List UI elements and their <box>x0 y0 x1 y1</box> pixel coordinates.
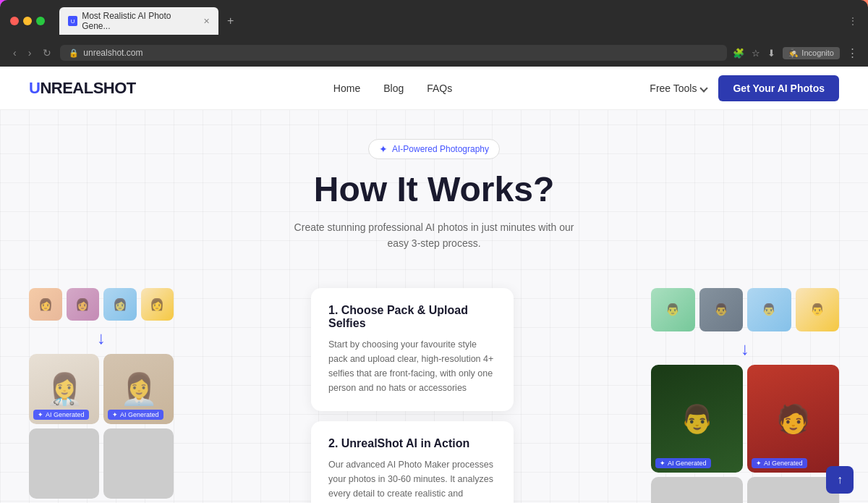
tab-close-button[interactable]: ✕ <box>203 17 210 26</box>
tab-title: Most Realistic AI Photo Gene... <box>82 11 195 31</box>
step-2-title: 2. UnrealShot AI in Action <box>328 437 496 450</box>
nav-actions: Free Tools Get Your AI Photos <box>650 75 839 101</box>
right-thumb-3: 👨 <box>747 288 791 332</box>
left-top-photo-row: 👩 👩 👩 👩 <box>29 288 174 321</box>
step-cards: 1. Choose Pack & Upload Selfies Start by… <box>311 288 514 503</box>
nav-blog[interactable]: Blog <box>383 83 404 94</box>
nav-home[interactable]: Home <box>333 83 360 94</box>
chevron-down-icon <box>700 84 708 92</box>
menu-icon[interactable]: ⋮ <box>847 46 858 59</box>
christmas-man-silhouette: 👨 <box>651 365 743 473</box>
url-text: unrealshot.com <box>83 48 142 58</box>
back-button[interactable]: ‹ <box>10 46 20 60</box>
active-tab[interactable]: U Most Realistic AI Photo Gene... ✕ <box>59 7 218 35</box>
ai-generated-badge-4: ✦ AI Generated <box>752 458 807 468</box>
scroll-top-button[interactable]: ↑ <box>826 466 854 494</box>
address-bar[interactable]: 🔒 unrealshot.com <box>60 45 727 61</box>
ai-badge: ✦ AI-Powered Photography <box>368 139 500 159</box>
right-top-photo-row: 👨 👨 👨 👨 <box>651 288 839 332</box>
free-tools-label: Free Tools <box>650 83 697 94</box>
left-large-photo-2: 👩‍💼 ✦ AI Generated <box>103 354 174 424</box>
left-extra-row <box>29 428 174 499</box>
tab-bar: U Most Realistic AI Photo Gene... ✕ + <box>59 7 842 35</box>
person-silhouette-4: 👩 <box>141 288 174 321</box>
left-photo-column: 👩 👩 👩 👩 ↓ 👩‍⚕️ ✦ <box>29 288 174 503</box>
left-thumb-1: 👩 <box>29 288 62 321</box>
right-large-photo-2: 🧑 ✦ AI Generated <box>747 365 839 473</box>
step-1-title: 1. Choose Pack & Upload Selfies <box>328 304 496 330</box>
step-1-description: Start by choosing your favourite style p… <box>328 337 496 395</box>
download-icon[interactable]: ⬇ <box>767 48 775 59</box>
left-thumb-3: 👩 <box>103 288 137 321</box>
ai-generated-label-2: AI Generated <box>120 411 159 418</box>
right-thumb-2: 👨 <box>699 288 744 332</box>
browser-chrome: U Most Realistic AI Photo Gene... ✕ + ⋮ … <box>0 0 868 67</box>
traffic-lights <box>10 17 45 25</box>
left-thumb-2: 👩 <box>67 288 100 321</box>
lock-icon: 🔒 <box>69 48 79 58</box>
ai-generated-label-3: AI Generated <box>668 460 707 467</box>
incognito-badge: 🕵 Incognito <box>783 47 840 59</box>
right-person-2: 👨 <box>699 288 744 332</box>
ai-generated-badge-2: ✦ AI Generated <box>108 410 163 420</box>
incognito-label: Incognito <box>801 48 834 57</box>
person-silhouette-2: 👩 <box>67 288 100 321</box>
hero-subtitle: Create stunning professional AI photos i… <box>282 219 586 252</box>
content-area: 👩 👩 👩 👩 ↓ 👩‍⚕️ ✦ <box>0 288 868 503</box>
xmas-man-silhouette: 🧑 <box>747 365 839 473</box>
tab-favicon: U <box>68 16 77 26</box>
more-options-icon[interactable]: ⋮ <box>848 15 858 27</box>
free-tools-dropdown[interactable]: Free Tools <box>650 83 707 94</box>
left-arrow-down: ↓ <box>29 328 174 348</box>
ai-generated-label-4: AI Generated <box>764 460 803 467</box>
logo[interactable]: UNREALSHOT <box>29 79 136 98</box>
logo-u: U <box>29 79 40 98</box>
left-extra-2 <box>103 428 174 499</box>
right-thumb-1: 👨 <box>651 288 695 332</box>
person-silhouette-3: 👩 <box>103 288 137 321</box>
left-extra-1 <box>29 428 99 499</box>
right-extra-1 <box>651 477 743 503</box>
ai-star-icon-3: ✦ <box>660 460 665 467</box>
minimize-button[interactable] <box>23 17 32 25</box>
website-container: UNREALSHOT Home Blog FAQs Free Tools Get… <box>0 67 868 503</box>
ai-star-icon-2: ✦ <box>112 411 118 418</box>
left-bottom-photo-row: 👩‍⚕️ ✦ AI Generated 👩‍💼 ✦ AI Generated <box>29 354 174 424</box>
scroll-top-icon: ↑ <box>837 473 843 486</box>
ai-generated-badge-1: ✦ AI Generated <box>33 410 89 420</box>
sparkle-icon: ✦ <box>379 143 388 155</box>
nav-links: Home Blog FAQs <box>333 83 452 94</box>
step-2-description: Our advanced AI Photo Maker processes yo… <box>328 457 496 503</box>
left-large-photo-1: 👩‍⚕️ ✦ AI Generated <box>29 354 99 424</box>
hero-section: ✦ AI-Powered Photography How It Works? C… <box>0 110 868 288</box>
right-bottom-photo-row: 👨 ✦ AI Generated 🧑 ✦ AI Generated <box>651 365 839 473</box>
get-photos-button[interactable]: Get Your AI Photos <box>718 75 839 101</box>
nav-faqs[interactable]: FAQs <box>427 83 452 94</box>
right-person-4: 👨 <box>796 288 840 332</box>
ai-badge-text: AI-Powered Photography <box>392 144 489 154</box>
new-tab-button[interactable]: + <box>223 13 238 29</box>
right-extra-row <box>651 477 839 503</box>
right-person-1: 👨 <box>651 288 695 332</box>
right-photo-column: 👨 👨 👨 👨 ↓ 👨 ✦ <box>651 288 839 503</box>
ai-generated-badge-3: ✦ AI Generated <box>655 458 711 468</box>
extensions-icon[interactable]: 🧩 <box>733 48 744 59</box>
right-large-photo-1: 👨 ✦ AI Generated <box>651 365 743 473</box>
maximize-button[interactable] <box>36 17 45 25</box>
forward-button[interactable]: › <box>25 46 35 60</box>
reload-button[interactable]: ↻ <box>40 46 54 60</box>
person-silhouette-1: 👩 <box>29 288 62 321</box>
bookmark-icon[interactable]: ☆ <box>752 48 760 59</box>
hero-title: How It Works? <box>43 171 825 209</box>
close-button[interactable] <box>10 17 19 25</box>
right-arrow-down: ↓ <box>651 339 839 359</box>
ai-generated-label-1: AI Generated <box>46 411 85 418</box>
logo-text: NREALSHOT <box>40 79 135 98</box>
right-extra-2 <box>747 477 839 503</box>
step-1-card: 1. Choose Pack & Upload Selfies Start by… <box>311 288 514 411</box>
ai-star-icon-4: ✦ <box>756 460 762 467</box>
incognito-icon: 🕵 <box>788 48 799 58</box>
browser-actions: ⋮ <box>848 15 858 27</box>
step-2-card: 2. UnrealShot AI in Action Our advanced … <box>311 421 514 503</box>
right-person-3: 👨 <box>747 288 791 332</box>
